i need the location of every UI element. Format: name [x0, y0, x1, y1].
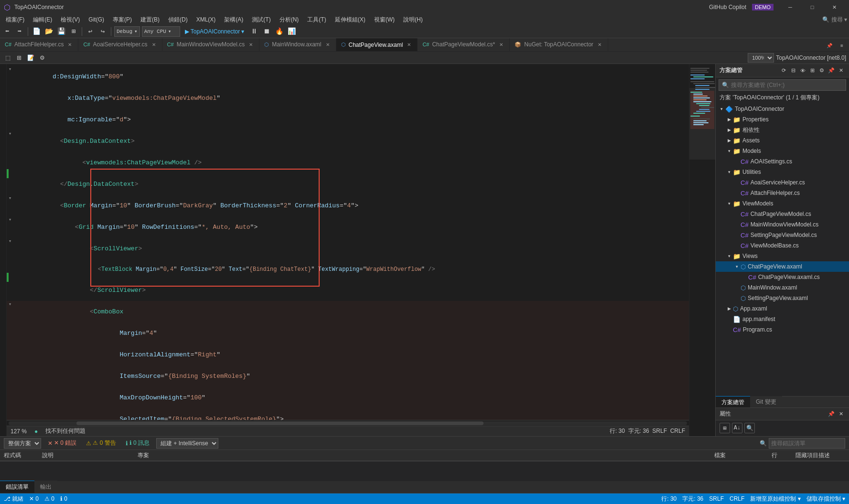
menu-item-git[interactable]: Git(G)	[85, 14, 108, 25]
tree-item-models[interactable]: ▾ 📁 Models	[716, 146, 849, 156]
menu-item-window[interactable]: 視窗(W)	[370, 14, 398, 25]
menu-item-arch[interactable]: 架構(A)	[220, 14, 247, 25]
menu-item-extensions[interactable]: 延伸模組(X)	[331, 14, 369, 25]
se-close-button[interactable]: ✕	[837, 66, 845, 75]
close-button[interactable]: ✕	[823, 0, 845, 14]
hot-reload-button[interactable]: 🔥	[274, 26, 284, 37]
git-branch[interactable]: ⎇ 就緒	[4, 495, 23, 503]
menu-item-xml[interactable]: XML(X)	[193, 14, 220, 25]
stop-button[interactable]: ⏹	[261, 26, 272, 37]
error-status[interactable]: ✕ 0	[29, 495, 39, 502]
tree-item-properties[interactable]: ▶ 📁 Properties	[716, 114, 849, 125]
fold-gutter-9[interactable]: ▾	[7, 238, 13, 244]
menu-search[interactable]: 搜尋 ▾	[831, 16, 847, 24]
se-pin-button[interactable]: 📌	[827, 66, 836, 75]
tree-item-viewmodels[interactable]: ▾ 📁 ViewModels	[716, 198, 849, 209]
debug-config-dropdown[interactable]: Debug ▾	[114, 26, 140, 37]
tree-item-chatpageview[interactable]: ▾ ⬡ ChatPageView.axaml	[716, 261, 849, 272]
pause-button[interactable]: ⏸	[249, 26, 259, 37]
tab-close-6[interactable]: ✕	[596, 41, 603, 48]
view-source-button[interactable]: 📝	[26, 53, 35, 63]
undo-button[interactable]: ↩	[85, 26, 96, 37]
se-filter-button[interactable]: ⊞	[808, 66, 817, 75]
tab-close-5[interactable]: ✕	[498, 41, 505, 48]
menu-item-edit[interactable]: 編輯(E)	[29, 14, 56, 25]
tab-close-2[interactable]: ✕	[247, 41, 254, 48]
xaml-settings-button[interactable]: ⚙	[37, 53, 47, 63]
tree-item-vmbase[interactable]: C# ViewModelBase.cs	[716, 240, 849, 251]
back-button[interactable]: ⬅	[2, 26, 12, 37]
diagnostics-button[interactable]: 📊	[286, 26, 297, 37]
tree-item-settingpageview[interactable]: ⬡ SettingPageView.axaml	[716, 293, 849, 303]
tree-item-deps[interactable]: ▶ 📁 相依性	[716, 125, 849, 135]
fold-gutter-4[interactable]: ▾	[7, 130, 13, 137]
save-button[interactable]: 💾	[56, 26, 66, 37]
tab-close-4[interactable]: ✕	[406, 42, 412, 48]
tab-git-changes[interactable]: Git 變更	[750, 396, 782, 408]
toggle-split-button[interactable]: ⊞	[14, 53, 24, 63]
se-collapse-button[interactable]: ⊟	[789, 66, 797, 75]
props-pin-button[interactable]: 📌	[827, 410, 836, 418]
tab-list-button[interactable]: ≡	[837, 41, 847, 51]
tree-item-chatpageview-cs[interactable]: C# ChatPageView.axaml.cs	[716, 272, 849, 282]
props-close-button[interactable]: ✕	[837, 410, 845, 418]
fold-gutter-7[interactable]: ▾	[7, 195, 13, 201]
se-settings-button[interactable]: ⚙	[817, 66, 826, 75]
tree-item-project[interactable]: ▾ 🔷 TopAOAIConnector	[716, 104, 849, 114]
tree-item-assets[interactable]: ▶ 📁 Assets	[716, 135, 849, 146]
tree-item-attachhelper[interactable]: C# AttachFileHelper.cs	[716, 188, 849, 198]
menu-item-test[interactable]: 測試(T)	[248, 14, 274, 25]
menu-item-debug[interactable]: 偵錯(D)	[164, 14, 192, 25]
tree-item-mainwindowvm[interactable]: C# MainWindowViewModel.cs	[716, 219, 849, 230]
build-select[interactable]: 組建 + IntelliSense	[156, 438, 218, 449]
menu-item-view[interactable]: 檢視(V)	[57, 14, 84, 25]
tab-nuget[interactable]: 📦 NuGet: TopAOAIConnector ✕	[510, 38, 608, 51]
tab-attach-file[interactable]: C# AttachFileHelper.cs ✕	[0, 38, 78, 51]
tab-close-0[interactable]: ✕	[66, 41, 73, 48]
code-editor[interactable]: ▾ d:DesignWidth="800" x:DataType="viewmo…	[7, 64, 689, 420]
zoom-select[interactable]: 100%	[748, 53, 774, 63]
tab-close-1[interactable]: ✕	[150, 41, 157, 48]
tree-item-views[interactable]: ▾ 📁 Views	[716, 251, 849, 261]
maximize-button[interactable]: □	[801, 0, 823, 14]
tab-aoai-helper[interactable]: C# AoaiServiceHelper.cs ✕	[78, 38, 162, 51]
props-categorized-button[interactable]: ⊞	[720, 423, 730, 433]
save-all-button[interactable]: ⊞	[68, 26, 79, 37]
tab-chatpagevm[interactable]: C# ChatPageViewModel.cs* ✕	[418, 38, 510, 51]
fold-gutter-12[interactable]: ▾	[7, 301, 13, 307]
props-search-button[interactable]: 🔍	[744, 423, 755, 433]
props-alphabetical-button[interactable]: A↓	[732, 423, 742, 433]
tab-output[interactable]: 輸出	[34, 481, 57, 493]
menu-item-tools[interactable]: 工具(T)	[303, 14, 330, 25]
run-button[interactable]: ▶ TopAOAIConnector ▾	[182, 27, 247, 36]
error-scope-select[interactable]: 整個方案	[4, 438, 41, 449]
menu-item-build[interactable]: 建置(B)	[137, 14, 163, 25]
add-to-source-control[interactable]: 新增至原始檔控制 ▾	[750, 495, 800, 503]
tab-chatpageview-axaml[interactable]: ⬡ ChatPageView.axaml ✕	[336, 38, 418, 51]
warning-status[interactable]: ⚠ 0	[44, 495, 54, 502]
tree-item-chatpagevm[interactable]: C# ChatPageViewModel.cs	[716, 209, 849, 219]
horizontal-scrollbar-thumb[interactable]	[76, 421, 484, 425]
pin-tab-button[interactable]: 📌	[824, 41, 835, 51]
tab-error-list[interactable]: 錯誤清單	[0, 481, 34, 493]
menu-item-file[interactable]: 檔案(F)	[2, 14, 28, 25]
fold-gutter-8[interactable]: ▾	[7, 216, 13, 223]
tab-mainwindow-vm[interactable]: C# MainWindowViewModel.cs ✕	[162, 38, 260, 51]
se-search-input[interactable]	[731, 82, 843, 88]
tree-item-utilities[interactable]: ▾ 📁 Utilities	[716, 167, 849, 177]
menu-item-analyze[interactable]: 分析(N)	[276, 14, 303, 25]
tree-item-appmanifest[interactable]: 📄 app.manifest	[716, 314, 849, 324]
error-search-input[interactable]	[769, 438, 845, 449]
error-count-badge[interactable]: ✕ ✕ 0 錯誤	[45, 438, 79, 448]
fold-gutter-1[interactable]: ▾	[7, 66, 13, 72]
se-sync-button[interactable]: ⟳	[779, 66, 788, 75]
warn-count-badge[interactable]: ⚠ ⚠ 0 警告	[83, 438, 118, 448]
new-file-button[interactable]: 📄	[31, 26, 42, 37]
tree-item-aoaihelper[interactable]: C# AoaiServiceHelper.cs	[716, 177, 849, 188]
menu-item-project[interactable]: 專案(P)	[109, 14, 136, 25]
minimize-button[interactable]: ─	[779, 0, 801, 14]
cpu-dropdown[interactable]: Any CPU ▾	[142, 26, 180, 37]
forward-button[interactable]: ➡	[14, 26, 25, 37]
tab-close-3[interactable]: ✕	[324, 41, 331, 48]
tree-item-appaxaml[interactable]: ▶ ⬡ App.axaml	[716, 303, 849, 314]
